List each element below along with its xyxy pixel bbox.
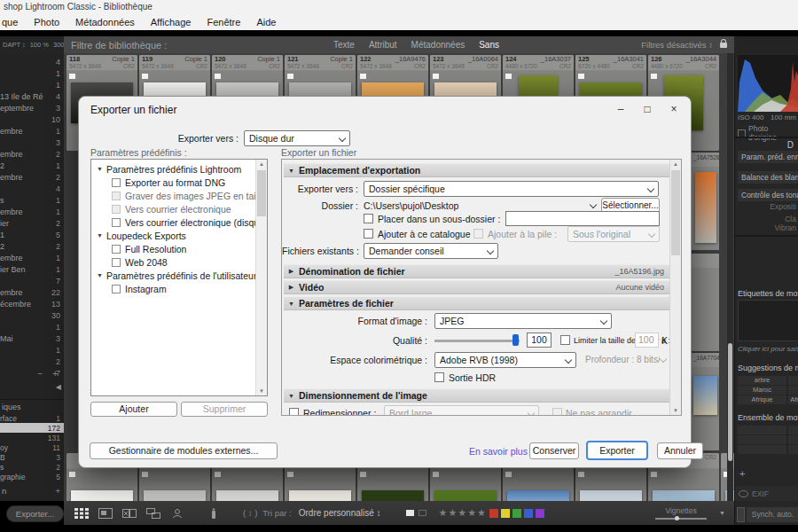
add-keyword-icon[interactable]: +: [735, 468, 798, 479]
export-button[interactable]: Exporter: [586, 441, 648, 460]
flag-icon[interactable]: [215, 74, 221, 79]
filter-status[interactable]: Filtres désactivés ↕: [641, 40, 713, 50]
color-label-chip[interactable]: [512, 509, 521, 518]
flag-icon[interactable]: [69, 74, 75, 79]
filter-tab[interactable]: Métadonnées: [411, 40, 466, 50]
exif-label[interactable]: EXIF: [752, 489, 769, 498]
flag-icon[interactable]: [142, 74, 148, 79]
folder-item[interactable]: écembre13: [0, 298, 64, 309]
section-export-location[interactable]: ▼Emplacement d'exportation: [284, 163, 669, 177]
photo-thumbnail[interactable]: [693, 376, 717, 415]
grid-view-icon[interactable]: [73, 507, 90, 519]
grid-cell[interactable]: _16A7704: [692, 353, 719, 450]
colorspace-select[interactable]: Adobe RVB (1998): [434, 352, 576, 368]
add-to-stack-checkbox[interactable]: [473, 229, 483, 239]
collection-item[interactable]: B3: [0, 452, 64, 462]
sort-by-value[interactable]: Ordre personnalisé ↕: [299, 508, 381, 518]
add-to-catalog-checkbox[interactable]: [364, 229, 373, 239]
keep-button[interactable]: Conserver: [529, 442, 579, 459]
quick-develop-row[interactable]: Contrôle des tonalités: [738, 189, 798, 201]
folder-item[interactable]: 10: [0, 113, 64, 125]
folder-item[interactable]: 3: [0, 137, 64, 148]
preset-group[interactable]: ▼Paramètres prédéfinis Lightroom: [91, 162, 267, 176]
menu-item[interactable]: Fenêtre: [199, 17, 248, 27]
menu-item[interactable]: que: [0, 17, 26, 27]
minimize-button[interactable]: –: [607, 98, 634, 120]
flag-icon[interactable]: [142, 472, 148, 477]
photo-thumbnail[interactable]: [580, 490, 642, 501]
limit-size-checkbox[interactable]: [560, 335, 570, 345]
folder-dropdown-icon[interactable]: [590, 201, 597, 208]
folder-item[interactable]: 22: [0, 240, 64, 252]
photo-thumbnail[interactable]: [289, 490, 351, 501]
preset-item[interactable]: Vers courrier électronique: [91, 202, 267, 215]
folder-item[interactable]: 15: [0, 229, 64, 240]
keyword-suggestion[interactable]: Maroc: [738, 386, 786, 395]
folder-item[interactable]: s1: [0, 194, 64, 206]
folder-item[interactable]: 1: [0, 79, 64, 90]
photo-thumbnail[interactable]: [695, 172, 716, 243]
grid-cell[interactable]: [692, 254, 719, 351]
keyword-entry-box[interactable]: [738, 300, 798, 341]
folder-item[interactable]: embre2: [0, 148, 64, 160]
flag-icon[interactable]: [505, 74, 512, 79]
disclosure-triangle-icon[interactable]: ▼: [97, 272, 103, 278]
sort-direction-icon[interactable]: ( ↕ ): [243, 508, 257, 518]
preset-item[interactable]: Vers courrier électronique (disque dur): [91, 215, 267, 229]
collapse-left-panel-icon[interactable]: ◀: [56, 383, 61, 391]
loupe-view-icon[interactable]: [97, 507, 114, 519]
presets-scrollbar[interactable]: ▲ ▼: [255, 160, 267, 395]
eye-icon[interactable]: [739, 490, 748, 497]
quality-slider[interactable]: [434, 340, 520, 342]
settings-scrollbar[interactable]: ▲ ▼: [669, 160, 681, 415]
photo-thumbnail[interactable]: [507, 490, 569, 501]
preset-group[interactable]: ▼Paramètres prédéfinis de l'utilisateur: [91, 269, 267, 282]
compare-view-icon[interactable]: [121, 507, 138, 519]
preset-checkbox[interactable]: [112, 258, 121, 267]
cancel-button[interactable]: Annuler: [657, 442, 703, 459]
filter-tab[interactable]: Attribut: [369, 40, 397, 50]
limit-size-input[interactable]: 100: [635, 332, 659, 348]
flag-icon[interactable]: [287, 74, 293, 79]
folder-item[interactable]: embre22: [0, 286, 64, 298]
folder-item[interactable]: embre1: [0, 125, 64, 137]
histogram[interactable]: [738, 55, 798, 112]
color-label-chip[interactable]: [489, 509, 498, 518]
collection-item[interactable]: rface1: [0, 413, 64, 423]
resize-mode-select[interactable]: Bord large: [384, 405, 539, 416]
folder-item[interactable]: ier2: [0, 217, 64, 229]
flag-icon[interactable]: [578, 74, 584, 79]
preset-item[interactable]: Full Resolution: [91, 242, 267, 255]
keyword-suggestion[interactable]: [788, 376, 798, 385]
existing-files-select[interactable]: Demander conseil: [364, 243, 498, 259]
preset-group[interactable]: ▼Loupedeck Exports: [91, 229, 267, 242]
preset-item[interactable]: Web 2048: [91, 255, 267, 269]
folder-item[interactable]: 4: [0, 56, 64, 67]
photo-thumbnail[interactable]: [653, 490, 715, 501]
color-label-chip[interactable]: [536, 509, 544, 518]
preset-item[interactable]: Instagram: [91, 282, 267, 295]
folder-item[interactable]: ier Ben1: [0, 263, 64, 275]
flag-icon[interactable]: [505, 472, 512, 477]
color-label-chip[interactable]: [501, 509, 510, 518]
add-collection-icon[interactable]: +: [55, 486, 62, 496]
preset-checkbox[interactable]: [112, 178, 121, 187]
collection-item[interactable]: s2: [0, 462, 64, 472]
keyword-set-slot[interactable]: [788, 435, 798, 444]
quick-develop-header[interactable]: D: [735, 140, 798, 150]
preset-checkbox[interactable]: [112, 218, 121, 227]
resize-checkbox[interactable]: [289, 408, 299, 416]
image-format-select[interactable]: JPEG: [434, 313, 612, 329]
folder-item[interactable]: embre1: [0, 252, 64, 263]
flag-icon[interactable]: [578, 472, 584, 477]
flag-reject-icon[interactable]: [419, 510, 426, 516]
publish-services-header[interactable]: iques: [2, 403, 21, 411]
flag-icon[interactable]: [360, 472, 366, 477]
survey-view-icon[interactable]: [145, 507, 162, 519]
toolbar-options-icon[interactable]: ▼: [719, 510, 725, 516]
export-to-select[interactable]: Disque dur: [244, 130, 350, 146]
slider-thumb[interactable]: [675, 516, 679, 520]
folder-item[interactable]: 13 Ile de Ré4: [0, 90, 64, 102]
filter-tab[interactable]: Sans: [479, 40, 499, 50]
flag-icon[interactable]: [360, 74, 366, 79]
